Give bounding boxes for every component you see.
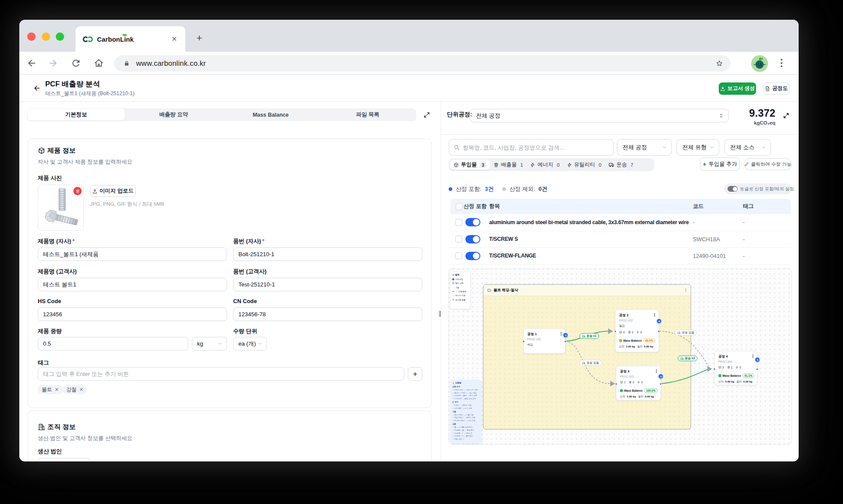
- add-connection-button[interactable]: [656, 318, 662, 324]
- chip-inputs[interactable]: 투입물3: [450, 160, 490, 170]
- generate-report-button[interactable]: 보고서 생성: [719, 82, 756, 95]
- tab-file-list[interactable]: 파일 목록: [319, 108, 416, 121]
- output-handle[interactable]: [658, 330, 660, 332]
- traffic-close-button[interactable]: [27, 32, 36, 41]
- canvas-legend: 범례 단위공정 멀티 선택 그룹 →운송/물류 에너지 사용 폐기물 배출: [450, 272, 470, 309]
- right-panel-expand-icon[interactable]: [783, 112, 789, 119]
- group-kebab-icon[interactable]: [685, 289, 687, 292]
- click-to-edit-hint[interactable]: 클릭하여 수정 가능: [744, 158, 792, 170]
- process-node-1[interactable]: 공정 1 PROC-001 헤딩: [523, 329, 566, 354]
- weight-unit-select[interactable]: kg: [192, 337, 227, 350]
- part-number-own-input[interactable]: [233, 247, 422, 261]
- process-flow-canvas[interactable]: 범례 단위공정 멀티 선택 그룹 →운송/물류 에너지 사용 폐기물 배출: [448, 268, 792, 445]
- output-handle[interactable]: [564, 340, 566, 343]
- process-group[interactable]: 볼트 헤딩-절삭: [483, 284, 691, 429]
- production-entity-select[interactable]: [38, 458, 90, 461]
- forward-icon[interactable]: [48, 58, 58, 68]
- profile-avatar[interactable]: [751, 55, 768, 72]
- back-icon[interactable]: [26, 58, 37, 68]
- remove-tag-icon[interactable]: ✕: [55, 387, 59, 393]
- left-panel-expand-icon[interactable]: [423, 111, 430, 118]
- bookmark-star-icon[interactable]: [715, 59, 724, 68]
- include-toggle-on[interactable]: [465, 235, 480, 243]
- add-input-button[interactable]: +투입물 추가: [700, 157, 740, 171]
- tab-close-icon[interactable]: ✕: [170, 35, 178, 43]
- process-node-4[interactable]: 공정 4 PROC-004 3 1 0 Mass Balance 91.1%: [714, 351, 757, 385]
- table-row[interactable]: T/SCREW-FLANGE 12490-04101 -: [450, 247, 791, 264]
- address-bar[interactable]: www.carbonlink.co.kr: [114, 55, 731, 71]
- edge-label-transport-x1[interactable]: 운송 x1: [580, 333, 599, 339]
- traffic-minimize-button[interactable]: [42, 32, 50, 41]
- screenshot-stage: CarbonLink ✕ + www.carbonlink.co.kr: [0, 0, 843, 504]
- cn-code-input[interactable]: [233, 307, 422, 321]
- source-filter-select[interactable]: 전체 소스: [724, 139, 771, 156]
- include-toggle-on[interactable]: [465, 218, 480, 226]
- row-checkbox[interactable]: [455, 219, 462, 226]
- part-number-customer-input[interactable]: [233, 278, 422, 291]
- node-kebab-icon[interactable]: [656, 369, 657, 374]
- tab-emission-summary[interactable]: 배출량 요약: [125, 108, 222, 121]
- tag-input[interactable]: [38, 367, 404, 381]
- input-handle[interactable]: [713, 368, 716, 370]
- output-handle[interactable]: [659, 383, 662, 385]
- home-icon[interactable]: [94, 58, 104, 68]
- trash-icon: [629, 381, 632, 384]
- select-all-checkbox[interactable]: [456, 203, 463, 210]
- chip-energy[interactable]: 에너지0: [526, 160, 563, 170]
- add-connection-button[interactable]: [563, 332, 568, 338]
- new-tab-button[interactable]: +: [193, 32, 205, 45]
- process-node-3[interactable]: 공정 3 PROC-003 1 0 0 Mass Balance 100.0%: [616, 366, 661, 400]
- mini-toggle-icon[interactable]: [728, 186, 738, 192]
- truck-icon: [582, 361, 586, 365]
- reload-icon[interactable]: [71, 58, 81, 68]
- image-upload-button[interactable]: 이미지 업로드: [90, 185, 136, 197]
- row-checkbox[interactable]: [455, 236, 462, 243]
- product-name-customer-input[interactable]: [38, 278, 227, 291]
- page-back-icon[interactable]: [33, 84, 41, 92]
- input-handle[interactable]: [615, 383, 617, 385]
- node-io: 입력: 2.00 kg 출력: 0.80 kg: [619, 345, 655, 349]
- edge-label-transport-x3[interactable]: 운송 x3: [678, 356, 698, 361]
- chip-outputs[interactable]: 배출물1: [490, 160, 526, 170]
- product-weight-input[interactable]: [38, 337, 188, 350]
- chip-utility[interactable]: 유틸리티0: [563, 160, 605, 170]
- include-toggle-on[interactable]: [465, 252, 480, 260]
- process-filter-select[interactable]: 전체 공정: [617, 139, 672, 156]
- table-row[interactable]: T/SCREW S SWCH18A -: [450, 231, 791, 247]
- hs-code-input[interactable]: [38, 307, 227, 321]
- browser-tab[interactable]: CarbonLink ✕: [76, 26, 185, 52]
- process-map-button[interactable]: 공정도: [763, 82, 789, 95]
- process-node-2[interactable]: 공정 2 PROC-002 절단 4 0 0 Mass Balance 60.: [615, 310, 659, 352]
- input-handle[interactable]: [614, 330, 616, 332]
- quantity-unit-select[interactable]: ea (개): [233, 337, 267, 350]
- node-kebab-icon[interactable]: [561, 332, 562, 336]
- delete-photo-button[interactable]: [73, 187, 82, 195]
- remove-tag-icon[interactable]: ✕: [79, 387, 83, 393]
- product-name-own-input[interactable]: [38, 247, 227, 261]
- type-filter-select[interactable]: 전체 유형: [677, 139, 719, 156]
- url-text[interactable]: www.carbonlink.co.kr: [136, 59, 206, 68]
- add-connection-button[interactable]: [755, 357, 760, 362]
- input-handle[interactable]: [522, 340, 525, 343]
- edge-label-no-transport[interactable]: 운송 없음: [580, 360, 602, 366]
- node-kebab-icon[interactable]: [753, 354, 754, 359]
- node-kebab-icon[interactable]: [654, 313, 656, 318]
- search-input[interactable]: [463, 144, 609, 151]
- edge-label-no-transport[interactable]: 운송 없음: [675, 330, 697, 336]
- traffic-zoom-button[interactable]: [56, 32, 64, 41]
- tag-chip[interactable]: 강철✕: [62, 385, 87, 394]
- search-box[interactable]: [449, 139, 614, 156]
- add-connection-button[interactable]: [658, 374, 663, 379]
- output-handle[interactable]: [756, 368, 758, 370]
- tab-mass-balance[interactable]: Mass Balance: [222, 108, 319, 121]
- chip-transport[interactable]: 운송7: [605, 160, 637, 170]
- table-row[interactable]: aluminium around steel bi-metal stranded…: [450, 214, 791, 231]
- add-tag-button[interactable]: +: [408, 367, 422, 381]
- tag-chip[interactable]: 볼트✕: [38, 385, 63, 394]
- tab-basic-info[interactable]: 기본정보: [28, 109, 125, 121]
- package-icon: [454, 162, 459, 168]
- row-checkbox[interactable]: [455, 252, 462, 259]
- browser-menu-kebab-icon[interactable]: [781, 59, 782, 67]
- mass-balance-warn-icon: [619, 339, 622, 342]
- group-header[interactable]: 볼트 헤딩-절삭: [483, 285, 691, 296]
